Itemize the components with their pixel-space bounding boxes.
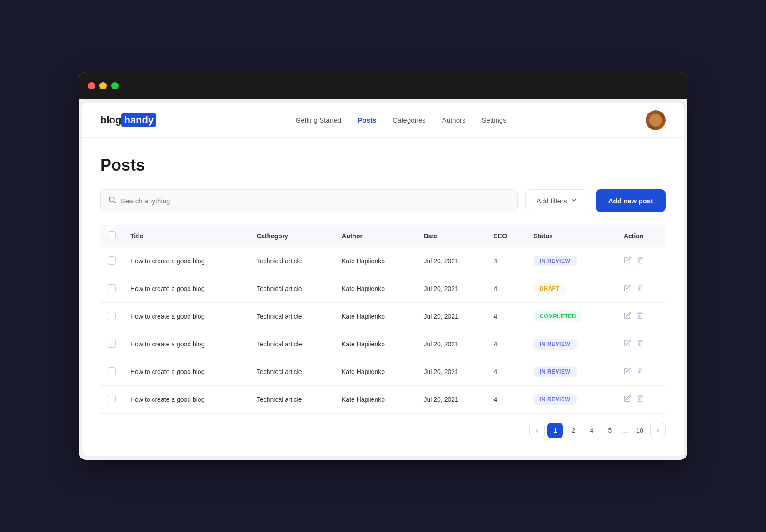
row-select-checkbox-2[interactable] (108, 312, 116, 320)
nav-links: Getting Started Posts Categories Authors… (296, 116, 507, 124)
row-date-2: Jul 20, 2021 (417, 303, 487, 330)
delete-icon-5[interactable] (637, 395, 644, 404)
row-category-4: Technical article (249, 358, 334, 386)
titlebar (79, 72, 687, 99)
status-badge-3: IN REVIEW (533, 339, 577, 350)
table-row: How to create a good blog Technical arti… (100, 303, 666, 330)
search-filter-row: Add filters Add new post (100, 189, 666, 212)
header-seo: SEO (487, 225, 527, 247)
delete-icon-4[interactable] (637, 367, 644, 376)
nav-item-settings[interactable]: Settings (482, 116, 507, 124)
row-date-5: Jul 20, 2021 (417, 386, 487, 414)
delete-icon-0[interactable] (637, 256, 644, 266)
nav-item-posts[interactable]: Posts (358, 116, 376, 124)
svg-line-1 (114, 201, 115, 202)
page-button-2[interactable]: 2 (566, 423, 581, 438)
table-row: How to create a good blog Technical arti… (100, 386, 666, 414)
table-header-row: Title Cathegory Author Date SEO Status A… (100, 225, 666, 247)
row-select-checkbox-1[interactable] (108, 284, 116, 292)
avatar[interactable] (646, 110, 666, 130)
close-button[interactable] (88, 82, 95, 89)
search-input[interactable] (121, 197, 510, 205)
edit-icon-4[interactable] (624, 367, 631, 376)
action-icons-2 (624, 312, 658, 321)
row-action-2 (617, 303, 666, 330)
page-button-5[interactable]: 5 (602, 423, 617, 438)
nav-link-getting-started[interactable]: Getting Started (296, 116, 342, 124)
row-status-1: DRAFT (526, 275, 617, 303)
page-button-10[interactable]: 10 (632, 423, 647, 438)
row-author-5: Kate Hapiienko (334, 386, 417, 414)
header-title: Title (123, 225, 249, 247)
row-category-1: Technical article (249, 275, 334, 303)
action-icons-1 (624, 284, 658, 293)
status-badge-0: IN REVIEW (533, 256, 577, 266)
table-row: How to create a good blog Technical arti… (100, 247, 666, 275)
row-select-checkbox-5[interactable] (108, 395, 116, 403)
row-category-0: Technical article (249, 247, 334, 275)
search-box (100, 189, 518, 212)
nav-item-getting-started[interactable]: Getting Started (296, 116, 342, 124)
page-button-4[interactable]: 4 (584, 423, 599, 438)
row-date-4: Jul 20, 2021 (417, 358, 487, 386)
row-select-checkbox-3[interactable] (108, 340, 116, 348)
page-button-1[interactable]: 1 (547, 423, 563, 438)
header-date: Date (417, 225, 487, 247)
edit-icon-1[interactable] (624, 284, 631, 293)
status-badge-4: IN REVIEW (533, 366, 577, 377)
status-badge-5: IN REVIEW (533, 394, 577, 405)
nav-link-categories[interactable]: Categories (393, 116, 426, 124)
next-page-button[interactable] (650, 423, 666, 438)
add-filters-button[interactable]: Add filters (525, 189, 588, 212)
row-author-1: Kate Hapiienko (334, 275, 417, 303)
maximize-button[interactable] (111, 82, 119, 89)
nav-link-authors[interactable]: Authors (442, 116, 466, 124)
row-title-4: How to create a good blog (123, 358, 249, 386)
row-status-2: COMPLETED (526, 303, 617, 330)
row-checkbox-4 (100, 358, 123, 386)
select-all-checkbox[interactable] (108, 231, 116, 239)
chevron-down-icon (571, 197, 577, 205)
edit-icon-5[interactable] (624, 395, 631, 404)
add-new-post-button[interactable]: Add new post (596, 189, 666, 212)
app-body: bloghandy Getting Started Posts Categori… (82, 103, 684, 456)
row-seo-4: 4 (487, 358, 527, 386)
row-checkbox-2 (100, 303, 123, 330)
edit-icon-3[interactable] (624, 340, 631, 349)
row-title-2: How to create a good blog (123, 303, 249, 330)
delete-icon-2[interactable] (637, 312, 644, 321)
row-status-3: IN REVIEW (526, 330, 617, 358)
delete-icon-3[interactable] (637, 340, 644, 349)
row-category-5: Technical article (249, 386, 334, 414)
delete-icon-1[interactable] (637, 284, 644, 293)
nav-link-posts[interactable]: Posts (358, 116, 376, 124)
row-checkbox-1 (100, 275, 123, 303)
prev-page-button[interactable] (529, 423, 545, 438)
pagination: 1 2 4 5 ... 10 (100, 414, 666, 443)
logo[interactable]: bloghandy (100, 114, 156, 126)
nav-item-categories[interactable]: Categories (393, 116, 426, 124)
table-row: How to create a good blog Technical arti… (100, 330, 666, 358)
minimize-button[interactable] (99, 82, 107, 89)
status-badge-1: DRAFT (533, 283, 566, 294)
page-title: Posts (100, 156, 666, 175)
action-icons-3 (624, 340, 658, 349)
row-action-3 (617, 330, 666, 358)
app-window: bloghandy Getting Started Posts Categori… (79, 72, 687, 460)
edit-icon-2[interactable] (624, 312, 631, 321)
row-status-4: IN REVIEW (526, 358, 617, 386)
nav-link-settings[interactable]: Settings (482, 116, 507, 124)
row-select-checkbox-4[interactable] (108, 367, 116, 375)
row-select-checkbox-0[interactable] (108, 256, 116, 265)
action-icons-0 (624, 256, 658, 266)
pagination-dots: ... (620, 427, 629, 434)
row-action-5 (617, 386, 666, 414)
row-seo-2: 4 (487, 303, 527, 330)
edit-icon-0[interactable] (624, 256, 631, 266)
nav-item-authors[interactable]: Authors (442, 116, 466, 124)
header-checkbox (100, 225, 123, 247)
row-date-0: Jul 20, 2021 (417, 247, 487, 275)
row-checkbox-0 (100, 247, 123, 275)
posts-table: Title Cathegory Author Date SEO Status A… (100, 225, 666, 414)
row-action-1 (617, 275, 666, 303)
